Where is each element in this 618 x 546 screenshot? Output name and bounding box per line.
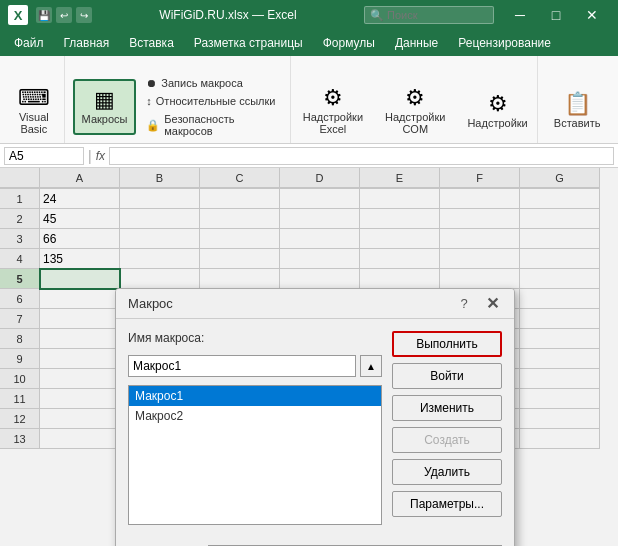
run-button[interactable]: Выполнить — [392, 331, 502, 357]
delete-button[interactable]: Удалить — [392, 459, 502, 485]
redo-btn[interactable]: ↪ — [76, 7, 92, 23]
dialog-help-button[interactable]: ? — [454, 294, 474, 314]
menu-page-layout[interactable]: Разметка страницы — [184, 32, 313, 54]
fx-label: fx — [96, 149, 105, 163]
save-btn[interactable]: 💾 — [36, 7, 52, 23]
menu-insert[interactable]: Вставка — [119, 32, 184, 54]
dialog-left-panel: Имя макроса: ▲ Макрос1 Макрос2 — [128, 331, 382, 525]
macro-security-button[interactable]: 🔒 Безопасность макросов — [140, 111, 284, 139]
macro-name-label: Имя макроса: — [128, 331, 382, 345]
macro-name-input[interactable] — [128, 355, 356, 377]
dialog-body: Имя макроса: ▲ Макрос1 Макрос2 Выполнить… — [116, 319, 514, 537]
step-button[interactable]: Войти — [392, 363, 502, 389]
dialog-close-button[interactable]: ✕ — [482, 294, 502, 314]
menu-home[interactable]: Главная — [54, 32, 120, 54]
insert-button[interactable]: 📋 Вставить — [545, 83, 610, 139]
addins-com-icon: ⚙ — [405, 87, 425, 109]
window-title: WiFiGiD.RU.xlsx — Excel — [100, 8, 356, 22]
ribbon: ⌨ VisualBasic ▦ Макросы ⏺ Запись макроса… — [0, 56, 618, 144]
maximize-btn[interactable]: □ — [538, 0, 574, 30]
ribbon-group-vba: ⌨ VisualBasic — [4, 56, 65, 143]
dialog-footer: Находится в: Все открытые книги Эта книг… — [116, 537, 514, 546]
main-area: A B C D E F G 1 24 2 45 — [0, 168, 618, 546]
addins-button[interactable]: ⚙ Надстройки — [458, 83, 536, 139]
addins-excel-icon: ⚙ — [323, 87, 343, 109]
macro-dialog: Макрос ? ✕ Имя макроса: ▲ Макрос1 Макрос… — [115, 288, 515, 546]
macros-icon: ▦ — [94, 89, 115, 111]
insert-icon: 📋 — [564, 93, 591, 115]
relative-refs-button[interactable]: ↕ Относительные ссылки — [140, 93, 284, 109]
search-input[interactable] — [364, 6, 494, 24]
relative-icon: ↕ — [146, 95, 152, 107]
formula-bar-area: | fx — [0, 144, 618, 168]
ribbon-group-addins: ⚙ НадстройкиExcel ⚙ НадстройкиCOM ⚙ Надс… — [293, 56, 538, 143]
vba-icon: ⌨ — [18, 87, 50, 109]
macros-row: ▦ Макросы ⏺ Запись макроса ↕ Относительн… — [73, 75, 284, 139]
title-bar: X 💾 ↩ ↪ WiFiGiD.RU.xlsx — Excel 🔍 ─ □ ✕ — [0, 0, 618, 30]
macro-list[interactable]: Макрос1 Макрос2 — [128, 385, 382, 525]
formula-separator: | — [88, 148, 92, 164]
com-addins-button[interactable]: ⚙ НадстройкиCOM — [376, 83, 454, 139]
dialog-titlebar: Макрос ? ✕ — [116, 289, 514, 319]
security-icon: 🔒 — [146, 119, 160, 132]
create-button[interactable]: Создать — [392, 427, 502, 453]
options-button[interactable]: Параметры... — [392, 491, 502, 517]
dialog-right-panel: Выполнить Войти Изменить Создать Удалить… — [392, 331, 502, 525]
excel-addins-button[interactable]: ⚙ НадстройкиExcel — [294, 83, 372, 139]
minimize-btn[interactable]: ─ — [502, 0, 538, 30]
macros-button[interactable]: ▦ Макросы — [73, 79, 137, 135]
menu-data[interactable]: Данные — [385, 32, 448, 54]
menu-review[interactable]: Рецензирование — [448, 32, 561, 54]
macro-list-item-2[interactable]: Макрос2 — [129, 406, 381, 426]
dialog-title: Макрос — [128, 296, 173, 311]
dialog-controls: ? ✕ — [454, 294, 502, 314]
addins-icon: ⚙ — [488, 93, 508, 115]
menu-bar: Файл Главная Вставка Разметка страницы Ф… — [0, 30, 618, 56]
visual-basic-button[interactable]: ⌨ VisualBasic — [9, 83, 59, 139]
menu-file[interactable]: Файл — [4, 32, 54, 54]
edit-button[interactable]: Изменить — [392, 395, 502, 421]
menu-formulas[interactable]: Формулы — [313, 32, 385, 54]
app-icon: X — [8, 5, 28, 25]
ribbon-group-macros: ▦ Макросы ⏺ Запись макроса ↕ Относительн… — [67, 56, 291, 143]
record-macro-button[interactable]: ⏺ Запись макроса — [140, 75, 284, 91]
window-controls: ─ □ ✕ — [502, 0, 610, 30]
macro-options-col: ⏺ Запись макроса ↕ Относительные ссылки … — [140, 75, 284, 139]
macro-list-item-1[interactable]: Макрос1 — [129, 386, 381, 406]
macro-name-row: ▲ — [128, 355, 382, 377]
quick-access: 💾 ↩ ↪ — [36, 7, 92, 23]
undo-btn[interactable]: ↩ — [56, 7, 72, 23]
ribbon-group-insert: 📋 Вставить — [540, 56, 614, 143]
name-box[interactable] — [4, 147, 84, 165]
formula-input[interactable] — [109, 147, 614, 165]
record-icon: ⏺ — [146, 77, 157, 89]
close-btn[interactable]: ✕ — [574, 0, 610, 30]
macro-browse-button[interactable]: ▲ — [360, 355, 382, 377]
